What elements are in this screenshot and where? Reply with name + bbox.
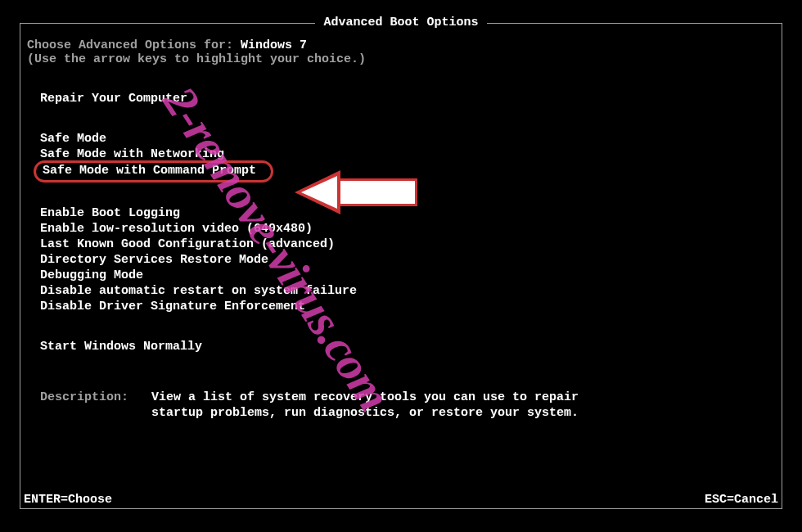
- title-bar: Advanced Boot Options: [20, 16, 782, 29]
- menu-option[interactable]: Enable Boot Logging: [40, 205, 775, 221]
- footer-enter-hint: ENTER=Choose: [24, 493, 112, 507]
- boot-menu-frame: Advanced Boot Options Choose Advanced Op…: [20, 23, 782, 509]
- footer-esc-hint: ESC=Cancel: [705, 493, 778, 507]
- menu-option[interactable]: Safe Mode with Command Prompt: [34, 160, 273, 183]
- menu-option[interactable]: Disable Driver Signature Enforcement: [40, 299, 775, 314]
- menu-option[interactable]: Enable low-resolution video (640x480): [40, 221, 775, 237]
- menu-group: Safe ModeSafe Mode with NetworkingSafe M…: [27, 131, 775, 181]
- header-prompt: Choose Advanced Options for: Windows 7: [27, 38, 775, 52]
- page-title: Advanced Boot Options: [315, 16, 486, 29]
- menu-option[interactable]: Debugging Mode: [40, 268, 775, 283]
- description-text: View a list of system recovery tools you…: [151, 390, 634, 422]
- footer-bar: ENTER=Choose ESC=Cancel: [20, 493, 782, 507]
- menu-group: Repair Your Computer: [27, 91, 775, 106]
- description-row: Description: View a list of system recov…: [40, 390, 775, 422]
- os-name: Windows 7: [241, 38, 307, 52]
- menu-option[interactable]: Last Known Good Configuration (advanced): [40, 237, 775, 252]
- menu-group: Enable Boot LoggingEnable low-resolution…: [27, 205, 775, 314]
- instruction-text: (Use the arrow keys to highlight your ch…: [27, 52, 775, 66]
- content-area: Choose Advanced Options for: Windows 7 (…: [20, 24, 782, 430]
- menu-option[interactable]: Disable automatic restart on system fail…: [40, 283, 775, 299]
- menu-option[interactable]: Start Windows Normally: [40, 339, 775, 354]
- menu-group: Start Windows Normally: [27, 339, 775, 354]
- menu-option[interactable]: Repair Your Computer: [40, 91, 775, 106]
- menu-option[interactable]: Directory Services Restore Mode: [40, 252, 775, 268]
- menu-option[interactable]: Safe Mode: [40, 131, 775, 147]
- prompt-label: Choose Advanced Options for:: [27, 38, 233, 52]
- menu-groups[interactable]: Repair Your ComputerSafe ModeSafe Mode w…: [27, 91, 775, 354]
- description-label: Description:: [40, 390, 128, 422]
